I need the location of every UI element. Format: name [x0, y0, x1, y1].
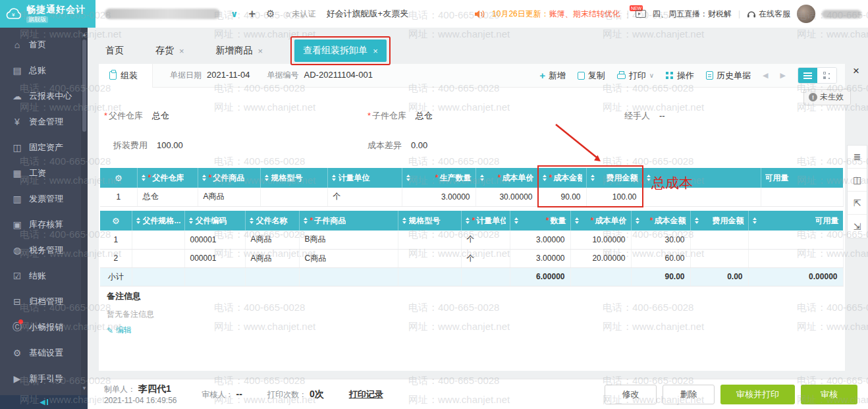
- sidebar-collapse-button[interactable]: ◀: [0, 395, 88, 409]
- history-button[interactable]: 历史单据: [706, 70, 751, 82]
- sidebar-item-inventory[interactable]: ▣库存核算: [0, 211, 81, 237]
- tab-view-assembly-order[interactable]: 查看组装拆卸单×: [294, 40, 387, 62]
- sidebar-item-payroll[interactable]: ▦工资: [0, 160, 81, 186]
- announcement-text[interactable]: 10月26日更新：账簿、期末结转优化: [492, 9, 620, 20]
- sidebar-item-funds[interactable]: ¥资金管理: [0, 109, 81, 134]
- print-log-link[interactable]: 打印记录: [349, 389, 383, 400]
- sidebar-item-cloud-reports[interactable]: ☁云报表中心: [0, 83, 81, 109]
- live-stream-text[interactable]: 四、周五直播：财税解: [653, 9, 732, 20]
- sort-icon[interactable]: [265, 175, 269, 181]
- sort-icon[interactable]: [591, 175, 595, 181]
- audit-button[interactable]: 审核: [801, 385, 857, 404]
- sidebar-item-archive[interactable]: ⊟归档管理: [0, 288, 81, 314]
- sort-icon[interactable]: [695, 217, 699, 224]
- settings-gear-icon[interactable]: ⚙: [266, 8, 275, 20]
- close-tab-icon[interactable]: ×: [179, 46, 184, 56]
- app-logo[interactable]: ¥ 畅捷通好会计 旗舰版: [0, 0, 95, 28]
- column-header[interactable]: 父件编码: [184, 211, 245, 231]
- sidebar-item-fixed-assets[interactable]: ◫固定资产: [0, 134, 81, 160]
- sidebar-item-guide[interactable]: ▶新手引导: [0, 366, 81, 391]
- column-header[interactable]: *成本单价: [475, 168, 538, 188]
- sidebar-item-expense[interactable]: Ⓒ小畅报销: [0, 314, 81, 340]
- column-header[interactable]: *成本单价: [570, 211, 631, 231]
- sort-icon[interactable]: [543, 175, 547, 181]
- sort-icon[interactable]: [514, 217, 518, 224]
- close-tab-icon[interactable]: ×: [258, 46, 263, 56]
- sort-icon[interactable]: [332, 175, 336, 181]
- column-header[interactable]: 费用金额: [586, 168, 642, 188]
- column-header[interactable]: 费用金额: [690, 211, 748, 231]
- user-avatar[interactable]: [797, 5, 815, 23]
- sort-icon[interactable]: [189, 217, 193, 224]
- live-tv-icon[interactable]: NEW: [636, 10, 646, 18]
- delete-button[interactable]: 删除: [663, 385, 715, 404]
- expand-alt-icon[interactable]: ⇲: [848, 215, 867, 238]
- sort-icon[interactable]: [406, 175, 410, 181]
- sidebar-item-settings[interactable]: ⚙基础设置: [0, 340, 81, 366]
- chevron-down-icon[interactable]: ∨: [231, 9, 238, 19]
- parent-warehouse-value[interactable]: 总仓: [152, 110, 169, 122]
- column-header[interactable]: 计量单位: [327, 168, 402, 188]
- tab-home[interactable]: 首页: [105, 45, 124, 57]
- tab-inventory[interactable]: 存货×: [155, 45, 184, 57]
- gear-icon[interactable]: ⚙: [100, 211, 132, 231]
- form-view-button[interactable]: [817, 68, 836, 83]
- sort-icon[interactable]: [753, 217, 757, 224]
- add-button[interactable]: +新增: [539, 70, 566, 82]
- column-header[interactable]: *数量: [510, 211, 570, 231]
- prev-doc-icon[interactable]: ◀: [763, 71, 768, 80]
- sort-icon[interactable]: [142, 175, 146, 181]
- column-header[interactable]: 规格型号: [398, 211, 461, 231]
- online-support-link[interactable]: 在线客服: [747, 9, 790, 20]
- child-warehouse-value[interactable]: 总仓: [416, 110, 433, 122]
- auth-status[interactable]: ⌂未认证: [285, 9, 315, 20]
- modify-button[interactable]: 修改: [605, 385, 657, 404]
- gear-icon[interactable]: ⚙: [100, 168, 137, 188]
- disassembly-fee-value[interactable]: 100.00: [157, 140, 183, 150]
- column-header[interactable]: 可用量: [761, 168, 843, 188]
- scrollbar-thumb[interactable]: [82, 40, 86, 132]
- sidebar-item-home[interactable]: ⌂首页: [0, 32, 81, 57]
- column-header[interactable]: *成本金额: [631, 211, 690, 231]
- doc-date-value[interactable]: 2021-11-04: [207, 70, 250, 80]
- sidebar-item-tax[interactable]: ◍税务管理: [0, 237, 81, 263]
- doc-detail-icon[interactable]: ≣: [848, 146, 867, 169]
- column-header[interactable]: 父件名称: [245, 211, 299, 231]
- column-header[interactable]: 规格型号: [260, 168, 327, 188]
- tab-new-product[interactable]: 新增商品×: [216, 45, 263, 57]
- next-doc-icon[interactable]: ▶: [780, 71, 786, 80]
- sort-icon[interactable]: [466, 217, 470, 224]
- add-account-icon[interactable]: +: [248, 7, 256, 21]
- edit-remarks-link[interactable]: ✎ 编辑: [107, 325, 132, 336]
- scroll-down-icon[interactable]: ▼: [81, 385, 88, 391]
- column-header[interactable]: *成本金额: [538, 168, 586, 188]
- handler-value[interactable]: --: [659, 111, 665, 121]
- operations-button[interactable]: 操作: [666, 70, 694, 82]
- column-header[interactable]: *父件商品: [198, 168, 260, 188]
- cost-diff-value[interactable]: 0.00: [411, 140, 427, 150]
- column-header[interactable]: 父件规格...: [132, 211, 184, 231]
- sort-icon[interactable]: [647, 175, 651, 181]
- close-tab-icon[interactable]: ×: [373, 46, 378, 56]
- print-button[interactable]: 打印∨: [617, 70, 654, 82]
- sort-icon[interactable]: [636, 217, 639, 224]
- column-header[interactable]: *生产数量: [402, 168, 475, 188]
- sidebar-scrollbar[interactable]: ▲ ▼: [81, 28, 88, 395]
- report-check-icon[interactable]: ◫: [848, 169, 867, 192]
- doc-no-value[interactable]: AD-20211104-001: [304, 70, 373, 80]
- scroll-up-icon[interactable]: ▲: [81, 32, 88, 38]
- sort-icon[interactable]: [304, 217, 308, 224]
- column-header[interactable]: *子件商品: [299, 211, 398, 231]
- sort-icon[interactable]: [480, 175, 484, 181]
- column-header[interactable]: *父件仓库: [137, 168, 198, 188]
- sidebar-item-closing[interactable]: ☑结账: [0, 263, 81, 288]
- sidebar-item-invoices[interactable]: ▥发票管理: [0, 186, 81, 211]
- list-view-button[interactable]: [798, 68, 817, 83]
- expand-icon[interactable]: ⇱: [848, 192, 867, 215]
- company-name-redacted[interactable]: [105, 9, 220, 19]
- sidebar-item-general-ledger[interactable]: ▤总账: [0, 57, 81, 83]
- close-page-icon[interactable]: ×: [853, 65, 859, 78]
- sort-icon[interactable]: [575, 217, 579, 224]
- sort-icon[interactable]: [136, 217, 140, 224]
- sort-icon[interactable]: [402, 217, 406, 224]
